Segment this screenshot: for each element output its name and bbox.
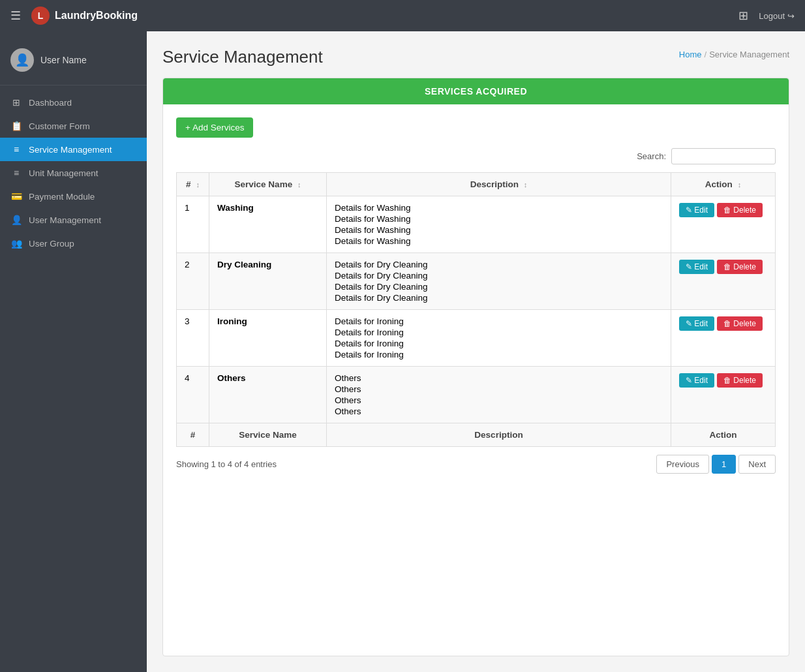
col-header-num[interactable]: # ↕ (177, 173, 209, 196)
col-footer-num: # (177, 423, 209, 447)
desc-line: Others (335, 395, 663, 405)
col-header-description[interactable]: Description ↕ (327, 173, 671, 196)
edit-button[interactable]: ✎ Edit (679, 316, 714, 331)
user-management-icon: 👤 (10, 215, 22, 225)
desc-line: Details for Washing (335, 214, 663, 224)
sidebar-item-unit-management[interactable]: ≡ Unit Management (0, 161, 147, 185)
cell-action: ✎ Edit🗑 Delete (671, 367, 776, 423)
page-1-button[interactable]: 1 (712, 455, 736, 474)
payment-icon: 💳 (10, 191, 22, 202)
sidebar-item-payment-module[interactable]: 💳 Payment Module (0, 185, 147, 208)
cell-name: Ironing (209, 310, 327, 367)
col-footer-name: Service Name (209, 423, 327, 447)
delete-button[interactable]: 🗑 Delete (717, 203, 763, 217)
sidebar-item-label: User Management (29, 215, 101, 225)
breadcrumb-separator: / (705, 50, 707, 59)
delete-button[interactable]: 🗑 Delete (717, 260, 763, 274)
desc-line: Details for Ironing (335, 328, 663, 337)
edit-button[interactable]: ✎ Edit (679, 373, 714, 388)
desc-line: Details for Dry Cleaning (335, 282, 663, 292)
logout-icon: ↪ (787, 11, 795, 21)
sidebar-item-label: Dashboard (29, 98, 72, 108)
grid-icon[interactable]: ⊞ (738, 8, 748, 23)
service-management-icon: ≡ (10, 144, 22, 155)
col-header-action[interactable]: Action ↕ (671, 173, 776, 196)
delete-button[interactable]: 🗑 Delete (717, 316, 763, 331)
col-footer-action: Action (671, 423, 776, 447)
page-header: Service Management Home / Service Manage… (162, 47, 789, 67)
desc-line: Details for Ironing (335, 316, 663, 326)
avatar: 👤 (10, 48, 34, 72)
sidebar-item-label: Service Management (29, 145, 112, 155)
table-header-row: # ↕ Service Name ↕ Description ↕ (177, 173, 776, 196)
table-row: 2Dry CleaningDetails for Dry CleaningDet… (177, 253, 776, 310)
sidebar-item-dashboard[interactable]: ⊞ Dashboard (0, 91, 147, 114)
breadcrumb-current: Service Management (709, 50, 789, 59)
dashboard-icon: ⊞ (10, 97, 22, 108)
col-footer-description: Description (327, 423, 671, 447)
previous-button[interactable]: Previous (656, 455, 709, 474)
table-row: 4OthersOthersOthersOthersOthers✎ Edit🗑 D… (177, 367, 776, 423)
sidebar-item-customer-form[interactable]: 📋 Customer Form (0, 114, 147, 138)
sidebar-item-user-group[interactable]: 👥 User Group (0, 232, 147, 255)
delete-button[interactable]: 🗑 Delete (717, 373, 763, 388)
sort-icon-num: ↕ (196, 181, 200, 189)
cell-description: Details for Dry CleaningDetails for Dry … (327, 253, 671, 310)
sidebar-item-label: Payment Module (29, 192, 95, 202)
brand-logo: L LaundryBooking (31, 7, 138, 25)
cell-num: 2 (177, 253, 209, 310)
cell-num: 1 (177, 196, 209, 253)
edit-button[interactable]: ✎ Edit (679, 260, 714, 274)
desc-line: Details for Dry Cleaning (335, 271, 663, 281)
sidebar-user: 👤 User Name (0, 42, 147, 85)
sidebar: 👤 User Name ⊞ Dashboard 📋 Customer Form … (0, 31, 147, 672)
table-row: 3IroningDetails for IroningDetails for I… (177, 310, 776, 367)
pagination: Previous 1 Next (656, 455, 776, 474)
customer-form-icon: 📋 (10, 121, 22, 131)
desc-line: Details for Ironing (335, 339, 663, 348)
cell-description: Details for IroningDetails for IroningDe… (327, 310, 671, 367)
cell-name: Others (209, 367, 327, 423)
cell-description: OthersOthersOthersOthers (327, 367, 671, 423)
table-row: 1WashingDetails for WashingDetails for W… (177, 196, 776, 253)
user-group-icon: 👥 (10, 238, 22, 249)
breadcrumb-home[interactable]: Home (679, 50, 702, 59)
search-input[interactable] (671, 148, 776, 164)
sidebar-item-service-management[interactable]: ≡ Service Management (0, 138, 147, 161)
add-services-button[interactable]: + Add Services (176, 117, 253, 138)
brand-name: LaundryBooking (55, 10, 138, 22)
unit-management-icon: ≡ (10, 168, 22, 178)
edit-button[interactable]: ✎ Edit (679, 203, 714, 217)
page-title: Service Management (162, 47, 323, 67)
hamburger-icon[interactable]: ☰ (10, 8, 21, 23)
top-navbar: ☰ L LaundryBooking ⊞ Logout ↪ (0, 0, 805, 31)
col-header-name[interactable]: Service Name ↕ (209, 173, 327, 196)
sidebar-username: User Name (40, 55, 87, 65)
logout-button[interactable]: Logout ↪ (759, 11, 795, 21)
brand-initial: L (31, 7, 50, 25)
next-button[interactable]: Next (738, 455, 776, 474)
sidebar-item-label: User Group (29, 239, 74, 249)
showing-entries: Showing 1 to 4 of 4 entries (176, 459, 277, 469)
services-card: SERVICES ACQUIRED + Add Services Search:… (162, 78, 789, 656)
sidebar-item-user-management[interactable]: 👤 User Management (0, 208, 147, 232)
table-footer: Showing 1 to 4 of 4 entries Previous 1 N… (176, 455, 776, 474)
sort-icon-desc: ↕ (524, 181, 528, 189)
sort-icon-name: ↕ (297, 181, 301, 189)
cell-num: 4 (177, 367, 209, 423)
cell-description: Details for WashingDetails for WashingDe… (327, 196, 671, 253)
desc-line: Details for Washing (335, 225, 663, 235)
table-footer-row: # Service Name Description Action (177, 423, 776, 447)
desc-line: Details for Ironing (335, 350, 663, 359)
desc-line: Others (335, 384, 663, 394)
cell-name: Washing (209, 196, 327, 253)
desc-line: Details for Washing (335, 236, 663, 246)
cell-action: ✎ Edit🗑 Delete (671, 253, 776, 310)
desc-line: Others (335, 373, 663, 383)
sort-icon-action: ↕ (738, 181, 742, 189)
desc-line: Details for Washing (335, 203, 663, 213)
card-body: + Add Services Search: # ↕ Service Name (163, 104, 789, 487)
desc-line: Details for Dry Cleaning (335, 260, 663, 269)
main-content: Service Management Home / Service Manage… (147, 31, 805, 672)
cell-action: ✎ Edit🗑 Delete (671, 310, 776, 367)
